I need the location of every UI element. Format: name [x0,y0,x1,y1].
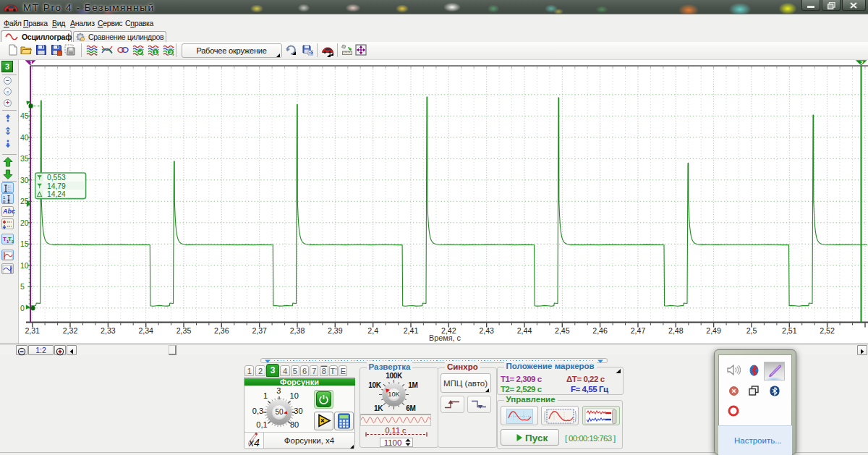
svg-text:1: 1 [154,49,158,56]
svg-text:45: 45 [20,111,29,120]
svg-text:10K: 10K [388,391,400,398]
svg-text:2,46: 2,46 [592,326,608,335]
svg-text:2,37: 2,37 [252,326,267,335]
svg-text:15: 15 [20,239,29,248]
svg-text:2,33: 2,33 [101,326,116,335]
svg-text:0,553: 0,553 [47,174,66,182]
svg-text:20: 20 [20,218,29,227]
svg-text:2,48: 2,48 [668,326,684,335]
svg-text:2,32: 2,32 [63,326,78,335]
svg-text:2: 2 [861,60,864,66]
svg-text:2,43: 2,43 [479,326,494,335]
svg-text:1: 1 [30,60,33,66]
svg-text:2,44: 2,44 [517,326,532,335]
svg-text:2,52: 2,52 [820,326,835,335]
svg-text:2: 2 [169,49,173,56]
svg-text:2,35: 2,35 [176,326,192,335]
svg-text:2,41: 2,41 [404,326,419,335]
svg-text:2,45: 2,45 [555,326,570,335]
svg-text:5: 5 [20,282,25,291]
svg-text:14,79: 14,79 [47,182,66,190]
svg-text:0: 0 [20,304,25,312]
svg-text:2,31: 2,31 [25,326,40,335]
svg-text:40: 40 [20,133,29,142]
svg-text:2,4: 2,4 [367,326,378,335]
svg-text:2,47: 2,47 [631,326,646,335]
svg-text:2,39: 2,39 [328,326,343,335]
svg-text:2,34: 2,34 [138,326,153,335]
svg-text:35: 35 [20,154,29,163]
svg-text:50: 50 [275,408,284,416]
svg-text:2,36: 2,36 [214,326,229,335]
svg-text:30: 30 [20,176,29,184]
svg-text:2,5: 2,5 [746,326,757,335]
svg-text:2,51: 2,51 [782,326,797,335]
svg-text:2,38: 2,38 [290,326,305,335]
svg-text:2,49: 2,49 [706,326,721,335]
svg-text:14,24: 14,24 [47,190,66,198]
svg-text:10: 10 [20,261,29,270]
svg-text:Время, с: Время, с [429,333,461,342]
